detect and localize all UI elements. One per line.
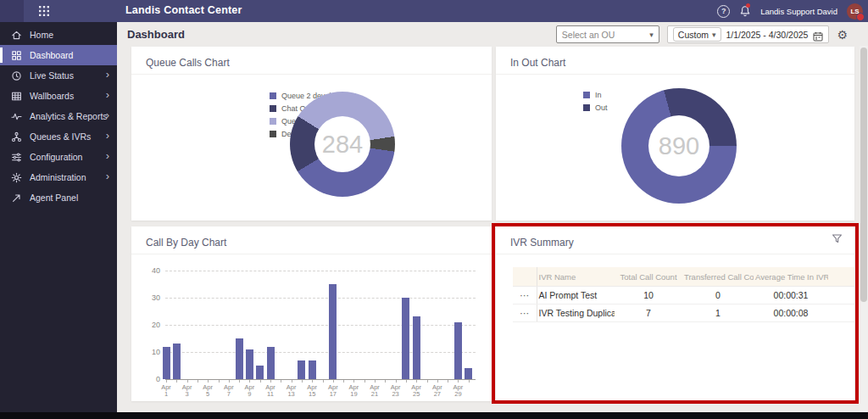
sidebar-item-wallboards[interactable]: Wallboards› (0, 86, 117, 106)
x-tick (208, 380, 209, 383)
settings-gear-icon[interactable]: ⚙ (837, 29, 848, 41)
cell-ivr-name: IVR Testing Duplicate (537, 304, 615, 322)
table-row[interactable]: ⋯IVR Testing Duplicate7100:00:08 (513, 304, 854, 322)
x-tick-label: Apr5 (198, 384, 217, 398)
x-tick (198, 380, 198, 383)
configuration-icon (11, 152, 22, 163)
sidebar-item-queues-ivrs[interactable]: Queues & IVRs› (0, 126, 117, 147)
column-header-transferred-call-count: Transferred Call Count (682, 267, 754, 287)
selected-indicator (0, 47, 3, 63)
sidebar-item-home[interactable]: Home (0, 25, 117, 45)
x-tick (239, 380, 240, 383)
legend-item-in[interactable]: In (583, 91, 608, 99)
cell-requested (828, 304, 854, 322)
sidebar-item-configuration[interactable]: Configuration› (0, 147, 117, 167)
help-icon[interactable]: ? (717, 5, 730, 18)
x-tick-label: Apr7 (220, 384, 238, 398)
x-tick-label: Apr29 (448, 384, 467, 398)
filter-funnel-icon[interactable] (832, 232, 843, 243)
selected-indicator (0, 129, 3, 144)
dashboard-icon (11, 50, 22, 61)
x-tick-label: Apr15 (303, 384, 321, 398)
bell-icon[interactable] (739, 5, 751, 18)
table-row[interactable]: ⋯AI Prompt Test10000:00:31 (513, 287, 854, 304)
panel-header: Call By Day Chart (131, 226, 492, 254)
bar-apr-29[interactable] (454, 322, 462, 379)
cell-average-time-in-ivr: 00:00:08 (754, 304, 828, 322)
x-tick-label: Apr11 (261, 384, 280, 398)
chevron-right-icon: › (106, 130, 109, 142)
row-more-icon[interactable]: ⋯ (513, 287, 537, 304)
x-tick (396, 380, 397, 383)
bar-apr-30[interactable] (465, 368, 472, 379)
selected-indicator (0, 27, 3, 42)
bar-apr-17[interactable] (329, 284, 337, 379)
range-mode-select[interactable]: Custom ▾ (673, 27, 721, 42)
x-tick (249, 380, 250, 383)
bar-apr-25[interactable] (413, 316, 420, 379)
sidebar-item-agent-panel[interactable]: Agent Panel (0, 187, 117, 208)
waffle-menu-icon[interactable] (38, 5, 50, 17)
date-range-control[interactable]: Custom ▾ 1/1/2025 - 4/30/2025 (667, 25, 830, 43)
sidebar-item-label: Wallboards (30, 91, 74, 101)
bar-apr-9[interactable] (246, 349, 253, 379)
sidebar-item-analytics-reports[interactable]: Analytics & Reports› (0, 106, 117, 126)
legend-swatch (270, 105, 276, 112)
app-title: Landis Contact Center (125, 4, 242, 16)
y-tick-label: 30 (138, 293, 160, 302)
sidebar-item-live-status[interactable]: Live Status› (0, 65, 117, 86)
taskbar-strip (0, 412, 868, 419)
bar-apr-8[interactable] (236, 338, 243, 379)
x-tick (448, 380, 448, 383)
bar-apr-15[interactable] (309, 360, 316, 379)
sidebar-item-administration[interactable]: Administration› (0, 167, 117, 187)
call-by-day-plot: 010203040Apr1Apr3Apr5Apr7Apr9Apr11Apr13A… (131, 255, 492, 401)
notification-dot (746, 3, 750, 8)
donut-hole: 284 (314, 116, 370, 172)
x-tick (469, 380, 470, 383)
panel-title: In Out Chart (510, 57, 565, 69)
x-tick-label: Apr25 (407, 384, 426, 398)
x-tick-label: Apr27 (428, 384, 447, 398)
bar-apr-11[interactable] (267, 347, 275, 379)
scrollbar-thumb[interactable] (860, 47, 867, 302)
selected-indicator (0, 68, 3, 83)
row-more-icon[interactable]: ⋯ (513, 304, 537, 322)
avatar[interactable]: LS (847, 3, 863, 20)
sidebar-item-label: Analytics & Reports (30, 111, 108, 121)
x-tick-label: Apr19 (344, 384, 363, 398)
bar-apr-24[interactable] (402, 298, 409, 379)
x-tick (437, 380, 438, 383)
x-tick-label: Apr21 (365, 384, 384, 398)
legend-swatch (270, 118, 276, 125)
gridline (165, 325, 476, 326)
bar-apr-2[interactable] (173, 344, 181, 379)
gridline (165, 352, 476, 353)
column-header-total-call-count: Total Call Count (615, 267, 682, 287)
x-tick (260, 380, 261, 383)
sidebar-item-label: Agent Panel (30, 193, 78, 203)
in-out-donut[interactable]: 890 (621, 88, 737, 204)
bar-apr-14[interactable] (298, 360, 305, 379)
ou-select[interactable]: Select an OU ▾ (556, 25, 659, 43)
vertical-scrollbar[interactable] (860, 46, 868, 412)
legend-swatch (270, 92, 276, 99)
administration-icon (11, 172, 22, 183)
cell-ivr-name: AI Prompt Test (537, 287, 615, 304)
column-header-average-time-in-ivr: Average Time In IVR (754, 267, 828, 287)
analytics-icon (11, 111, 22, 122)
bar-apr-10[interactable] (256, 366, 264, 379)
queue-calls-donut[interactable]: 284 (290, 92, 395, 197)
calendar-icon[interactable] (813, 30, 823, 40)
sidebar-item-label: Configuration (30, 152, 82, 162)
legend-item-out[interactable]: Out (583, 103, 608, 112)
header-right: ? Landis Support David LS (717, 0, 863, 22)
chevron-right-icon: › (106, 89, 109, 101)
cell-average-time-in-ivr: 00:00:31 (754, 287, 828, 304)
app-header: Landis Contact Center ? Landis Support D… (0, 0, 868, 22)
ou-select-placeholder: Select an OU (562, 30, 649, 40)
x-tick (458, 380, 459, 383)
sidebar-item-dashboard[interactable]: Dashboard (0, 45, 117, 65)
bar-apr-1[interactable] (163, 347, 170, 379)
x-tick (292, 380, 292, 383)
